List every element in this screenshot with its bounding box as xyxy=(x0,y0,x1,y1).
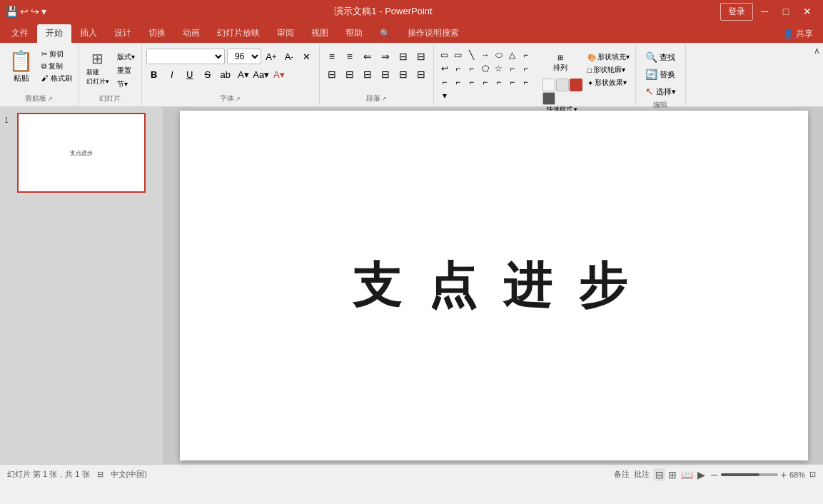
share-button[interactable]: 👤 共享 xyxy=(776,25,820,43)
shape-effect-button[interactable]: ✦ 形状效果▾ xyxy=(586,77,631,89)
shape-fill-button[interactable]: 🎨 形状填充▾ xyxy=(586,51,631,63)
font-name-select[interactable] xyxy=(146,49,225,64)
paste-button[interactable]: 📋 粘贴 xyxy=(4,49,38,92)
shape-ellipse[interactable]: ⬭ xyxy=(493,49,505,61)
shape-rounded-rect[interactable]: ▭ xyxy=(452,49,465,61)
replace-button[interactable]: 🔄 替换 xyxy=(642,67,678,81)
shape-triangle[interactable]: △ xyxy=(506,49,519,61)
shadow-button[interactable]: ab xyxy=(218,66,233,82)
fit-window-button[interactable]: ⊡ xyxy=(809,470,816,479)
qs-2[interactable] xyxy=(556,79,569,91)
shape-misc8[interactable]: ⌐ xyxy=(479,76,492,89)
customize-icon[interactable]: ▾ xyxy=(41,6,46,17)
clipboard-expand-icon[interactable]: ↗ xyxy=(48,96,53,102)
shapes-more[interactable]: ▾ xyxy=(438,89,451,102)
increase-indent-button[interactable]: ⇒ xyxy=(378,49,393,64)
select-button[interactable]: ↖ 选择▾ xyxy=(642,84,679,99)
normal-view-button[interactable]: ⊟ xyxy=(654,468,665,481)
undo-icon[interactable]: ↩ xyxy=(20,6,29,17)
close-button[interactable]: ✕ xyxy=(797,1,817,21)
columns-button[interactable]: ⊟ xyxy=(395,49,411,64)
italic-button[interactable]: I xyxy=(164,66,180,82)
font-increase-button[interactable]: A+ xyxy=(263,49,279,64)
tab-design[interactable]: 设计 xyxy=(106,24,140,43)
font-color-button[interactable]: A▾ xyxy=(271,66,287,82)
shape-right-angle[interactable]: ⌐ xyxy=(520,49,532,61)
find-button[interactable]: 🔍 查找 xyxy=(642,50,678,64)
shape-misc1[interactable]: ⌐ xyxy=(452,62,465,75)
save-icon[interactable]: 💾 xyxy=(6,6,18,17)
zoom-slider[interactable] xyxy=(721,473,778,476)
paragraph-expand-icon[interactable]: ↗ xyxy=(382,96,387,102)
tab-action-search[interactable]: 操作说明搜索 xyxy=(399,24,468,43)
shape-misc3[interactable]: ⌐ xyxy=(506,62,519,75)
notes-button[interactable]: 备注 xyxy=(614,469,630,480)
list-bullet-button[interactable]: ≡ xyxy=(324,49,340,64)
shape-outline-button[interactable]: □ 形状轮廓▾ xyxy=(586,64,631,76)
bold-button[interactable]: B xyxy=(146,66,162,82)
cut-button[interactable]: ✂ 剪切 xyxy=(39,49,74,60)
list-number-button[interactable]: ≡ xyxy=(342,49,358,64)
section-button[interactable]: 节▾ xyxy=(115,79,137,90)
qs-3[interactable] xyxy=(570,79,582,91)
tab-slideshow[interactable]: 幻灯片放映 xyxy=(208,24,268,43)
tab-transitions[interactable]: 切换 xyxy=(140,24,174,43)
ribbon-collapse-button[interactable]: ∧ xyxy=(814,46,820,56)
redo-icon[interactable]: ↪ xyxy=(31,6,39,17)
shape-line[interactable]: ╲ xyxy=(465,49,478,61)
accessibility-icon[interactable]: ⊟ xyxy=(97,470,103,479)
tab-view[interactable]: 视图 xyxy=(303,24,337,43)
shape-misc9[interactable]: ⌐ xyxy=(493,76,505,89)
reset-button[interactable]: 重置 xyxy=(115,65,137,76)
new-slide-button[interactable]: ⊞ 新建幻灯片▾ xyxy=(84,49,112,88)
layout-button[interactable]: 版式▾ xyxy=(115,51,137,63)
shape-misc5[interactable]: ⌐ xyxy=(438,76,451,89)
shape-misc2[interactable]: ⌐ xyxy=(465,62,478,75)
tab-home[interactable]: 开始 xyxy=(37,24,71,43)
slide-sorter-button[interactable]: ⊞ xyxy=(667,468,678,481)
char-spacing-button[interactable]: A▾ xyxy=(236,66,251,82)
tab-file[interactable]: 文件 xyxy=(3,24,37,43)
clear-format-button[interactable]: ✕ xyxy=(299,49,315,64)
underline-button[interactable]: U xyxy=(182,66,198,82)
slideshow-button[interactable]: ▶ xyxy=(696,468,707,481)
tab-review[interactable]: 审阅 xyxy=(268,24,303,43)
text-direction-button[interactable]: ⊟ xyxy=(413,49,429,64)
case-button[interactable]: Aa▾ xyxy=(253,66,269,82)
smartart-button[interactable]: ⊟ xyxy=(413,66,429,82)
line-spacing-button[interactable]: ⊟ xyxy=(395,66,411,82)
slide-thumbnail[interactable]: 支点进步 xyxy=(17,113,146,193)
decrease-indent-button[interactable]: ⇐ xyxy=(360,49,375,64)
strikethrough-button[interactable]: S xyxy=(200,66,216,82)
qs-4[interactable] xyxy=(542,92,555,105)
format-painter-button[interactable]: 🖌 格式刷 xyxy=(39,73,74,84)
reading-view-button[interactable]: 📖 xyxy=(680,468,695,481)
qs-1[interactable] xyxy=(542,79,555,91)
login-button[interactable]: 登录 xyxy=(720,3,753,21)
font-expand-icon[interactable]: ↗ xyxy=(236,96,241,102)
tab-search-icon[interactable]: 🔍 xyxy=(371,24,399,43)
zoom-in-button[interactable]: + xyxy=(781,469,787,480)
shape-misc10[interactable]: ⌐ xyxy=(506,76,519,89)
shape-curved[interactable]: ↩ xyxy=(438,62,451,75)
shape-misc11[interactable]: ⌐ xyxy=(520,76,532,89)
comments-button[interactable]: 批注 xyxy=(634,469,650,480)
shape-star[interactable]: ☆ xyxy=(493,62,505,75)
shape-arrow[interactable]: → xyxy=(479,49,492,61)
minimize-button[interactable]: ─ xyxy=(754,1,774,21)
tab-animations[interactable]: 动画 xyxy=(174,24,208,43)
zoom-out-button[interactable]: ─ xyxy=(711,469,718,480)
justify-button[interactable]: ⊟ xyxy=(378,66,393,82)
arrange-button[interactable]: ⊞ 排列 xyxy=(542,49,578,77)
slide-content[interactable]: 支 点 进 步 xyxy=(353,253,634,318)
shape-misc6[interactable]: ⌐ xyxy=(452,76,465,89)
zoom-level[interactable]: 68% xyxy=(789,470,805,479)
align-right-button[interactable]: ⊟ xyxy=(360,66,375,82)
align-left-button[interactable]: ⊟ xyxy=(324,66,340,82)
copy-button[interactable]: ⧉ 复制 xyxy=(39,61,74,72)
align-center-button[interactable]: ⊟ xyxy=(342,66,358,82)
maximize-button[interactable]: □ xyxy=(776,1,796,21)
shape-pentagon[interactable]: ⬠ xyxy=(479,62,492,75)
shape-rect[interactable]: ▭ xyxy=(438,49,451,61)
font-decrease-button[interactable]: A- xyxy=(281,49,297,64)
